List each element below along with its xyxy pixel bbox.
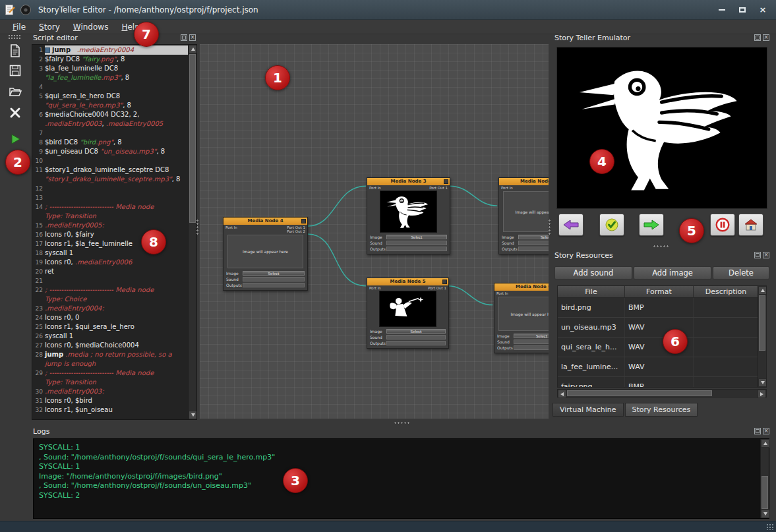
tab-virtual-machine[interactable]: Virtual Machine — [552, 403, 624, 417]
splitter-handle[interactable] — [196, 219, 199, 236]
open-folder-button[interactable] — [5, 82, 25, 102]
scroll-down-icon[interactable] — [758, 378, 767, 387]
menu-story[interactable]: Story — [33, 21, 66, 33]
node-title[interactable]: Media Node 2 — [499, 178, 549, 185]
script-line[interactable]: 28jump .media ; no return possible, so a… — [32, 350, 188, 369]
scroll-down-icon[interactable] — [189, 411, 197, 419]
script-line[interactable]: 10 — [32, 156, 188, 165]
scroll-up-icon[interactable] — [758, 286, 767, 295]
close-panel-icon[interactable]: × — [763, 428, 769, 434]
script-line[interactable]: 5$qui_sera_le_hero DC8 "qui_sera_le_hero… — [32, 92, 188, 110]
script-line[interactable]: 2$fairy DC8 "fairy.png", 8 — [32, 55, 188, 64]
scrollbar-thumb[interactable] — [759, 295, 765, 351]
node-title[interactable]: Media Node 4 — [224, 218, 307, 225]
script-line[interactable]: 15.mediaEntry0005: — [32, 221, 188, 230]
maximize-button[interactable] — [733, 3, 752, 16]
scroll-right-icon[interactable] — [758, 390, 766, 398]
splitter-handle[interactable] — [394, 421, 411, 425]
minimize-button[interactable] — [713, 3, 731, 16]
media-node[interactable]: Media Node 3Port InPort Out 1 ImageSelec… — [367, 177, 450, 254]
toolbar-grip[interactable] — [8, 34, 21, 39]
script-line[interactable]: 1jump .mediaEntry0004 — [32, 45, 188, 55]
column-header[interactable]: File — [558, 286, 625, 298]
close-panel-icon[interactable]: × — [189, 34, 196, 41]
logs-output[interactable]: SYSCALL: 1, Sound: "/home/anthony/ostpro… — [33, 438, 769, 519]
script-line[interactable]: 20ret — [32, 267, 188, 276]
script-line[interactable]: 9$un_oiseau DC8 "un_oiseau.mp3", 8 — [32, 147, 188, 156]
script-line[interactable]: 6$mediaChoice0004 DC32, 2, .mediaEntry00… — [32, 110, 188, 129]
float-panel-icon[interactable] — [754, 428, 761, 434]
script-line[interactable]: 19lcons r0, .mediaEntry0006 — [32, 258, 188, 267]
close-panel-icon[interactable]: × — [763, 34, 769, 41]
script-line[interactable]: 8$bird DC8 "bird.png", 8 — [32, 138, 188, 147]
resource-row[interactable]: qui_sera_le_h...WAV — [558, 338, 759, 357]
script-line[interactable]: 22; --------------------------- Media no… — [32, 285, 188, 304]
resize-grip[interactable] — [766, 523, 774, 530]
script-line[interactable]: 27lcons r0, $mediaChoice0004 — [32, 341, 188, 350]
node-title[interactable]: Media Node 3 — [367, 178, 450, 185]
script-line[interactable]: 14; --------------------------- Media no… — [32, 202, 188, 221]
delete-button[interactable]: Delete — [713, 266, 769, 280]
resource-row[interactable]: fairy.pngBMP — [558, 377, 759, 387]
resource-row[interactable]: bird.pngBMP — [558, 298, 759, 318]
add-image-button[interactable]: Add image — [634, 266, 711, 280]
float-panel-icon[interactable] — [181, 34, 187, 41]
scroll-up-icon[interactable] — [761, 439, 769, 448]
home-button[interactable] — [738, 214, 763, 236]
float-panel-icon[interactable] — [754, 252, 761, 258]
pause-button[interactable] — [710, 214, 735, 236]
menu-windows[interactable]: Windows — [67, 21, 115, 33]
save-button[interactable] — [5, 61, 25, 80]
scrollbar-thumb[interactable] — [189, 54, 196, 223]
script-line[interactable]: 29; --------------------------- Media no… — [32, 369, 188, 387]
script-line[interactable]: 4 — [32, 82, 188, 92]
add-sound-button[interactable]: Add sound — [554, 266, 632, 280]
resources-hscroll[interactable] — [557, 389, 767, 398]
media-node[interactable]: Media Node 5Port InPort Out 1 ImageSelec… — [367, 278, 449, 349]
script-line[interactable]: 23.mediaEntry0004: — [32, 304, 188, 313]
script-line[interactable]: 13 — [32, 193, 188, 202]
back-button[interactable] — [558, 214, 583, 236]
scrollbar-thumb[interactable] — [567, 390, 712, 396]
tab-story-resources[interactable]: Story Resources — [625, 403, 698, 417]
script-line[interactable]: 26syscall 1 — [32, 332, 188, 341]
scroll-down-icon[interactable] — [761, 510, 769, 518]
script-editor[interactable]: 1jump .mediaEntry00042$fairy DC8 "fairy.… — [32, 44, 197, 420]
script-line[interactable]: 7 — [32, 129, 188, 138]
script-line[interactable]: 21 — [32, 276, 188, 285]
script-line[interactable]: 30.mediaEntry0003: — [32, 387, 188, 396]
run-button[interactable] — [5, 129, 25, 149]
node-title[interactable]: Media Node 6 — [494, 283, 549, 291]
script-line[interactable]: 25lcons r1, $qui_sera_le_hero — [32, 322, 188, 332]
logs-scrollbar[interactable] — [760, 439, 769, 518]
node-title[interactable]: Media Node 5 — [367, 278, 448, 285]
resource-row[interactable]: un_oiseau.mp3WAV — [558, 318, 759, 338]
node-canvas[interactable]: Media Node 4Port InPort Out 1 Port Out 2… — [199, 44, 549, 419]
media-node[interactable]: Media Node 6Port InPort Out 1Image will … — [494, 283, 549, 353]
scrollbar-thumb[interactable] — [761, 476, 768, 509]
close-project-button[interactable] — [5, 103, 25, 123]
close-button[interactable]: × — [754, 3, 772, 16]
resources-vscroll[interactable] — [758, 286, 766, 387]
scroll-left-icon[interactable] — [558, 390, 566, 398]
menu-file[interactable]: File — [7, 21, 32, 33]
script-line[interactable]: 32lcons r1, $un_oiseau — [32, 405, 188, 415]
script-line[interactable]: 31lcons r0, $bird — [32, 396, 188, 405]
script-line[interactable]: 12 — [32, 184, 188, 193]
script-line[interactable]: 24lcons r0, 0 — [32, 313, 188, 322]
title-bar[interactable]: StoryTeller Editor - /home/anthony/ostpr… — [0, 0, 776, 20]
media-node[interactable]: Media Node 4Port InPort Out 1 Port Out 2… — [223, 217, 308, 291]
media-node[interactable]: Media Node 2Port InPort Out 1Image will … — [498, 177, 549, 254]
close-panel-icon[interactable]: × — [763, 252, 769, 258]
forward-button[interactable] — [639, 214, 664, 236]
column-header[interactable]: Description — [694, 286, 759, 298]
column-header[interactable]: Format — [625, 286, 694, 298]
script-line[interactable]: 11$story1_drako_luminelle_sceptre DC8 "s… — [32, 165, 188, 184]
new-document-button[interactable] — [5, 41, 25, 61]
script-line[interactable]: 18syscall 1 — [32, 249, 188, 258]
script-line[interactable]: 3$la_fee_luminelle DC8 "la_fee_luminelle… — [32, 64, 188, 82]
resource-row[interactable]: la_fee_lumine...WAV — [558, 357, 759, 377]
float-panel-icon[interactable] — [754, 34, 761, 41]
scroll-up-icon[interactable] — [189, 45, 197, 53]
validate-button[interactable] — [599, 214, 624, 236]
